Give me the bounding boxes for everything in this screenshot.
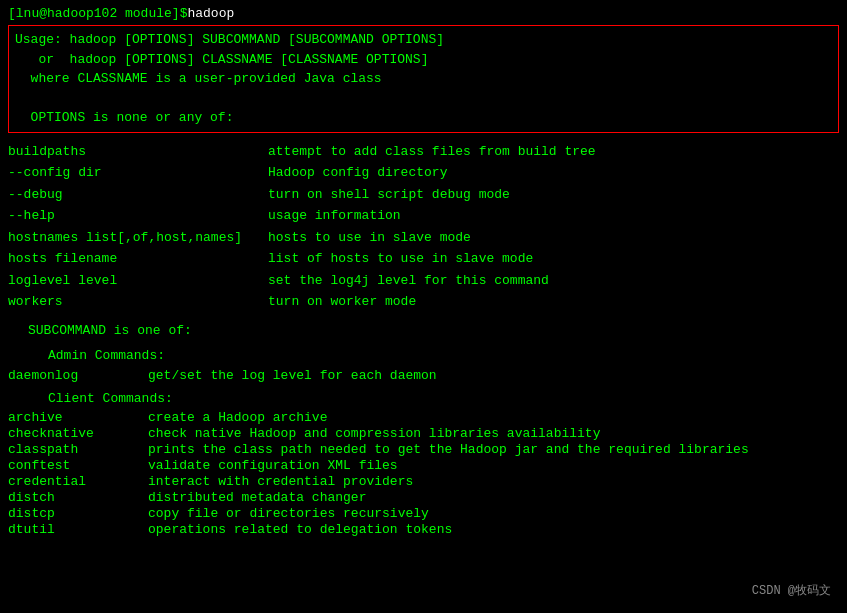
client-cmd-name: distcp <box>8 506 148 521</box>
command-text: hadoop <box>187 6 234 21</box>
client-command-row: conftestvalidate configuration XML files <box>8 458 839 473</box>
option-row: hostnames list[,of,host,names]hosts to u… <box>8 227 839 249</box>
option-desc: attempt to add class files from build tr… <box>268 141 839 163</box>
option-row: --helpusage information <box>8 205 839 227</box>
client-command-row: credentialinteract with credential provi… <box>8 474 839 489</box>
client-cmd-desc: check native Hadoop and compression libr… <box>148 426 839 441</box>
option-desc: list of hosts to use in slave mode <box>268 248 839 270</box>
usage-line4 <box>15 89 832 109</box>
client-command-row: checknativecheck native Hadoop and compr… <box>8 426 839 441</box>
client-cmd-desc: operations related to delegation tokens <box>148 522 839 537</box>
client-cmd-name: credential <box>8 474 148 489</box>
usage-line5: OPTIONS is none or any of: <box>15 108 832 128</box>
client-cmd-name: conftest <box>8 458 148 473</box>
usage-line3: where CLASSNAME is a user-provided Java … <box>15 69 832 89</box>
prompt-line: [lnu@hadoop102 module]$ hadoop <box>8 6 839 21</box>
admin-cmd-name: daemonlog <box>8 368 148 383</box>
client-cmd-desc: validate configuration XML files <box>148 458 839 473</box>
option-desc: turn on worker mode <box>268 291 839 313</box>
option-desc: usage information <box>268 205 839 227</box>
client-command-row: classpathprints the class path needed to… <box>8 442 839 457</box>
option-name: --help <box>8 205 268 227</box>
option-row: --debugturn on shell script debug mode <box>8 184 839 206</box>
option-row: loglevel levelset the log4j level for th… <box>8 270 839 292</box>
usage-line2: or hadoop [OPTIONS] CLASSNAME [CLASSNAME… <box>15 50 832 70</box>
option-name: hosts filename <box>8 248 268 270</box>
admin-label: Admin Commands: <box>28 346 839 366</box>
client-cmd-name: distch <box>8 490 148 505</box>
option-desc: Hadoop config directory <box>268 162 839 184</box>
client-command-row: archivecreate a Hadoop archive <box>8 410 839 425</box>
client-cmd-name: checknative <box>8 426 148 441</box>
client-cmd-desc: prints the class path needed to get the … <box>148 442 839 457</box>
client-label: Client Commands: <box>28 389 839 409</box>
option-name: --debug <box>8 184 268 206</box>
client-cmd-name: dtutil <box>8 522 148 537</box>
client-cmd-name: archive <box>8 410 148 425</box>
admin-cmd-desc: get/set the log level for each daemon <box>148 368 839 383</box>
client-header: Client Commands: <box>8 389 839 409</box>
watermark: CSDN @牧码文 <box>752 582 831 599</box>
options-section: buildpathsattempt to add class files fro… <box>8 141 839 313</box>
admin-commands: daemonlogget/set the log level for each … <box>8 368 839 383</box>
option-row: hosts filenamelist of hosts to use in sl… <box>8 248 839 270</box>
options-table: buildpathsattempt to add class files fro… <box>8 141 839 313</box>
option-name: workers <box>8 291 268 313</box>
terminal: [lnu@hadoop102 module]$ hadoop Usage: ha… <box>8 6 839 607</box>
admin-command-row: daemonlogget/set the log level for each … <box>8 368 839 383</box>
subcommand-section: SUBCOMMAND is one of: <box>8 321 839 341</box>
usage-box: Usage: hadoop [OPTIONS] SUBCOMMAND [SUBC… <box>8 25 839 133</box>
client-cmd-name: classpath <box>8 442 148 457</box>
client-commands: archivecreate a Hadoop archivechecknativ… <box>8 410 839 537</box>
option-desc: turn on shell script debug mode <box>268 184 839 206</box>
option-desc: hosts to use in slave mode <box>268 227 839 249</box>
option-desc: set the log4j level for this command <box>268 270 839 292</box>
option-name: hostnames list[,of,host,names] <box>8 227 268 249</box>
client-command-row: distcpcopy file or directories recursive… <box>8 506 839 521</box>
client-cmd-desc: distributed metadata changer <box>148 490 839 505</box>
option-name: --config dir <box>8 162 268 184</box>
client-cmd-desc: copy file or directories recursively <box>148 506 839 521</box>
option-name: loglevel level <box>8 270 268 292</box>
client-command-row: dtutiloperations related to delegation t… <box>8 522 839 537</box>
client-cmd-desc: create a Hadoop archive <box>148 410 839 425</box>
usage-line1: Usage: hadoop [OPTIONS] SUBCOMMAND [SUBC… <box>15 30 832 50</box>
admin-header: Admin Commands: <box>8 346 839 366</box>
option-row: buildpathsattempt to add class files fro… <box>8 141 839 163</box>
option-name: buildpaths <box>8 141 268 163</box>
option-row: --config dirHadoop config directory <box>8 162 839 184</box>
client-command-row: distchdistributed metadata changer <box>8 490 839 505</box>
client-cmd-desc: interact with credential providers <box>148 474 839 489</box>
subcommand-label: SUBCOMMAND is one of: <box>28 321 839 341</box>
option-row: workersturn on worker mode <box>8 291 839 313</box>
prompt-text: [lnu@hadoop102 module]$ <box>8 6 187 21</box>
